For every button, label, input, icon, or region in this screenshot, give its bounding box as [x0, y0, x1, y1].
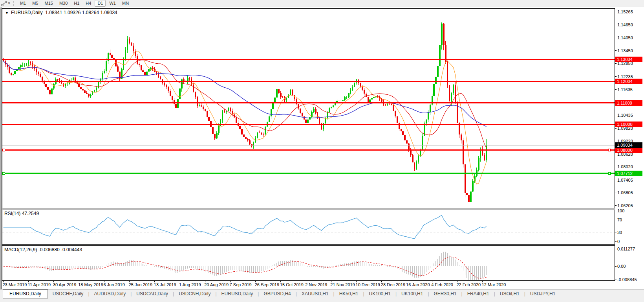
date-axis-label: 10 Dec 2019 [356, 282, 380, 287]
date-axis-label: 6 Jun 2019 [103, 282, 124, 287]
draw-tool-icon[interactable] [1, 1, 7, 6]
price-axis-label: 1.12235 [617, 74, 633, 79]
price-axis-label: 1.15265 [617, 9, 633, 14]
price-line-label: 1.13034 [615, 57, 642, 62]
date-axis-label: 23 Mar 2019 [3, 282, 27, 287]
macd-axis-label: 0.011277 [617, 247, 635, 251]
timeframe-button-m15[interactable]: M15 [42, 0, 55, 7]
date-axis-label: 4 Feb 2020 [431, 282, 453, 287]
price-axis-label: 1.11635 [617, 87, 633, 92]
macd-axis-label: -0.008845 [617, 277, 637, 282]
date-axis-label: 26 Sep 2019 [255, 282, 279, 287]
rsi-axis-label: 70 [617, 217, 622, 222]
price-axis-label: 1.06205 [617, 203, 633, 208]
date-axis-label: 15 Oct 2019 [280, 282, 304, 287]
timeframe-button-mn[interactable]: MN [119, 0, 132, 7]
date-axis-label: 30 Apr 2019 [53, 282, 76, 287]
price-line-label: 1.10008 [615, 122, 642, 127]
chart-tab-ger30-h1[interactable]: GER30,H1 [429, 289, 461, 298]
chart-tab-usdcnh-daily[interactable]: USDCNH,Daily [174, 289, 215, 298]
timeframe-button-m30[interactable]: M30 [57, 0, 70, 7]
price-axis-label: 1.08020 [617, 164, 633, 169]
date-axis-label: 25 Jun 2019 [129, 282, 153, 287]
timeframe-toolbar: ▼ M1M5M15M30H1H4D1W1MN [0, 0, 644, 7]
chart-tab-usdchf-daily[interactable]: USDCHF,Daily [48, 289, 88, 298]
window-edge [0, 7, 1, 302]
price-axis-label: 1.13450 [617, 48, 633, 53]
timeframe-button-d1[interactable]: D1 [95, 0, 106, 7]
chart-tab-gbpusd-h4[interactable]: GBPUSD,H4 [259, 289, 295, 298]
date-axis-label: 11 Apr 2019 [28, 282, 51, 287]
timeframe-button-m5[interactable]: M5 [29, 0, 41, 7]
price-line-label: 1.11009 [615, 100, 642, 106]
chart-symbol: EURUSD,Daily [11, 10, 43, 15]
macd-axis-label: 0.00 [617, 264, 626, 269]
rsi-panel[interactable] [2, 210, 615, 245]
price-axis-label: 1.14650 [617, 22, 633, 27]
symbol-dropdown-icon[interactable]: ▼ [5, 11, 9, 15]
date-axis-label: 20 Aug 2019 [204, 282, 229, 287]
chart-tab-usdjpy-h1[interactable]: USDJPY,H1 [525, 289, 560, 298]
price-axis-label: 1.10435 [617, 113, 633, 118]
price-axis-label: 1.14050 [617, 35, 633, 40]
date-axis-label: 21 Nov 2019 [330, 282, 355, 287]
date-axis-label: 18 May 2019 [78, 282, 103, 287]
price-line-label: 1.08800 [615, 147, 642, 153]
price-axis-label: 1.07405 [617, 178, 633, 182]
timeframe-buttons: M1M5M15M30H1H4D1W1MN [17, 0, 132, 7]
chart-tab-usdcad-daily[interactable]: USDCAD,Daily [132, 289, 173, 298]
timeframe-button-w1[interactable]: W1 [106, 0, 119, 7]
date-axis-label: 7 Sep 2019 [229, 282, 251, 287]
price-line-label: 1.07712 [615, 171, 642, 176]
chart-tab-uk100-h1[interactable]: UK100,H1 [397, 289, 428, 298]
current-price-label: 1.09034 [615, 142, 642, 148]
trading-terminal: ▼ M1M5M15M30H1H4D1W1MN ▼EURUSD,Daily 1.0… [0, 0, 644, 302]
date-axis-label: 16 Jan 2020 [406, 282, 430, 287]
date-axis-label: 22 Feb 2020 [456, 282, 481, 287]
chart-tab-uk100-h1[interactable]: UK100,H1 [364, 289, 395, 298]
chart-tab-hk50-h1[interactable]: HK50,H1 [335, 289, 363, 298]
timeframe-button-m1[interactable]: M1 [17, 0, 29, 7]
chart-tab-audusd-daily[interactable]: AUDUSD,Daily [90, 289, 131, 298]
date-axis-label: 28 Dec 2019 [381, 282, 405, 287]
chart-tab-xauusd-h1[interactable]: XAUUSD,H1 [297, 289, 333, 298]
chart-tab-bar: EURUSD,DailyUSDCHF,Daily|AUDUSD,Daily|US… [0, 289, 644, 302]
price-axis-label: 1.06805 [617, 190, 633, 195]
chart-tab-eurusd-daily[interactable]: EURUSD,Daily [217, 289, 258, 298]
macd-panel[interactable] [2, 245, 615, 281]
price-line-label: 1.12004 [615, 79, 642, 84]
date-axis-label: 13 Jul 2019 [154, 282, 176, 287]
chart-tab-usoil-h1[interactable]: USOil,H1 [495, 289, 524, 298]
chart-title: ▼EURUSD,Daily 1.08341 1.09326 1.08264 1.… [5, 10, 117, 15]
window-edge-inner [1, 7, 2, 302]
rsi-axis-label: 30 [617, 230, 622, 235]
timeframe-button-h1[interactable]: H1 [71, 0, 82, 7]
macd-label: MACD(12,26,9) -0.006880 -0.004443 [4, 247, 82, 252]
timeframe-button-h4[interactable]: H4 [83, 0, 94, 7]
chart-tab-eurusd-daily[interactable]: EURUSD,Daily [3, 289, 48, 298]
main-chart-panel[interactable] [2, 8, 615, 208]
chart-ohlc: 1.08341 1.09326 1.08264 1.09034 [45, 10, 117, 15]
date-axis-label: 12 Mar 2020 [482, 282, 506, 287]
rsi-axis-label: 100 [617, 208, 624, 213]
rsi-axis-label: 0 [617, 239, 620, 244]
date-axis-label: 1 Aug 2019 [179, 282, 201, 287]
date-axis-label: 2 Nov 2019 [305, 282, 327, 287]
toolbar-grip [13, 1, 14, 6]
draw-tool-dropdown-icon[interactable]: ▼ [7, 2, 11, 5]
rsi-label: RSI(14) 47.2549 [4, 211, 39, 216]
chart-tab-fra40-h1[interactable]: FRA40,H1 [463, 289, 494, 298]
